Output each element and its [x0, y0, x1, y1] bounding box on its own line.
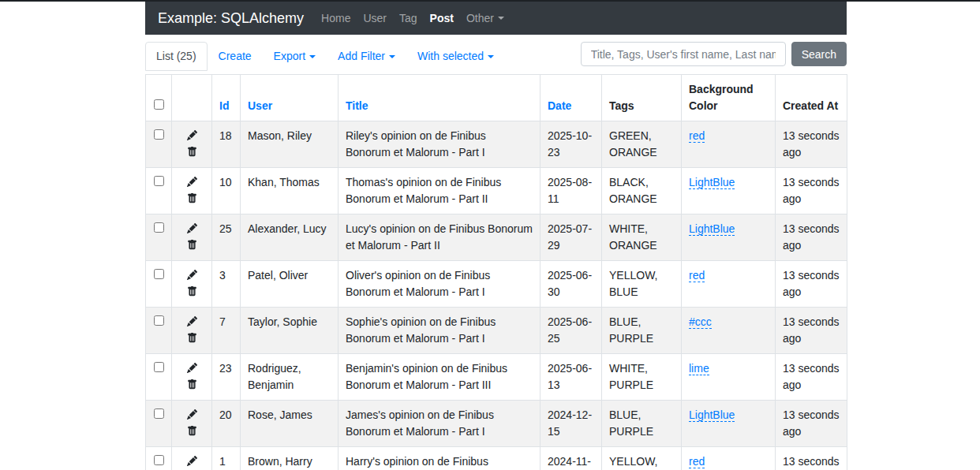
select-all-cell	[146, 75, 172, 121]
cell-select	[146, 168, 172, 214]
cell-date: 2025-08-11	[540, 168, 602, 214]
cell-id: 3	[212, 261, 241, 308]
search-button[interactable]: Search	[791, 42, 847, 66]
cell-actions	[172, 308, 212, 354]
background-color-link[interactable]: red	[689, 269, 705, 282]
cell-tags: WHITE, PURPLE	[602, 354, 682, 401]
table-body: 18 Mason, Riley Riley's opinion on de Fi…	[146, 121, 847, 470]
caret-down-icon	[488, 55, 494, 58]
select-all-checkbox[interactable]	[154, 99, 164, 110]
delete-button[interactable]	[187, 332, 197, 345]
delete-button[interactable]	[187, 192, 197, 205]
page-container: Example: SQLAlchemy Home User Tag Post O…	[145, 2, 847, 470]
cell-actions	[172, 214, 212, 261]
edit-button[interactable]	[187, 176, 197, 188]
row-checkbox[interactable]	[154, 315, 164, 326]
cell-title: Harry's opinion on de Finibus Bonorum et…	[339, 447, 540, 470]
column-sort-link[interactable]: Date	[548, 99, 571, 112]
cell-background-color: red	[682, 447, 776, 470]
table-row: 7 Taylor, Sophie Sophie's opinion on de …	[146, 308, 847, 354]
cell-created-at: 13 seconds ago	[776, 214, 847, 261]
background-color-link[interactable]: LightBlue	[689, 176, 735, 189]
toolbar-add-filter[interactable]: Add Filter	[327, 42, 406, 71]
cell-select	[146, 447, 172, 470]
cell-date: 2025-07-29	[540, 214, 602, 261]
cell-user: Alexander, Lucy	[241, 214, 339, 261]
edit-button[interactable]	[187, 362, 197, 375]
cell-actions	[172, 261, 212, 308]
delete-button[interactable]	[187, 285, 197, 298]
column-header: Date	[540, 75, 602, 121]
toolbar-export[interactable]: Export	[263, 42, 327, 71]
cell-id: 10	[212, 168, 241, 214]
toolbar-with-selected[interactable]: With selected	[406, 42, 505, 71]
row-checkbox[interactable]	[154, 408, 164, 419]
cell-user: Brown, Harry	[241, 447, 339, 470]
search-input[interactable]	[581, 42, 786, 66]
cell-select	[146, 308, 172, 354]
cell-id: 7	[212, 308, 241, 354]
cell-user: Taylor, Sophie	[241, 308, 339, 354]
background-color-link[interactable]: LightBlue	[689, 222, 735, 236]
cell-id: 20	[212, 401, 241, 447]
delete-button[interactable]	[187, 239, 197, 252]
cell-created-at: 13 seconds ago	[776, 121, 847, 168]
table-row: 18 Mason, Riley Riley's opinion on de Fi…	[146, 121, 847, 168]
cell-tags: YELLOW, BLUE	[602, 261, 682, 308]
column-sort-link[interactable]: User	[248, 99, 272, 112]
background-color-link[interactable]: #ccc	[689, 315, 712, 329]
background-color-link[interactable]: red	[689, 129, 705, 143]
nav-item-home[interactable]: Home	[315, 10, 357, 27]
column-sort-link[interactable]: Id	[219, 99, 229, 112]
cell-title: Riley's opinion on de Finibus Bonorum et…	[339, 121, 540, 168]
brand-link[interactable]: Example: SQLAlchemy	[158, 8, 304, 29]
column-header: User	[241, 75, 339, 121]
cell-user: Patel, Oliver	[241, 261, 339, 308]
table-row: 20 Rose, James James's opinion on de Fin…	[146, 401, 847, 447]
row-checkbox[interactable]	[154, 176, 164, 186]
cell-created-at: 13 seconds ago	[776, 261, 847, 308]
trash-icon	[187, 192, 197, 205]
edit-button[interactable]	[187, 408, 197, 421]
caret-down-icon	[498, 17, 504, 20]
cell-created-at: 13 seconds ago	[776, 401, 847, 447]
row-checkbox[interactable]	[154, 222, 164, 233]
delete-button[interactable]	[187, 379, 197, 391]
background-color-link[interactable]: lime	[689, 362, 709, 375]
edit-button[interactable]	[187, 455, 197, 468]
toolbar-create[interactable]: Create	[208, 42, 263, 71]
nav-item-user[interactable]: User	[357, 10, 393, 27]
column-header: Created At	[776, 75, 847, 121]
cell-background-color: LightBlue	[682, 401, 776, 447]
posts-table: Id User Title Date Tags Background Color…	[145, 74, 847, 470]
cell-title: Thomas's opinion on de Finibus Bonorum e…	[339, 168, 540, 214]
cell-tags: BLUE, PURPLE	[602, 308, 682, 354]
nav-item-other[interactable]: Other	[460, 10, 511, 27]
background-color-link[interactable]: red	[689, 455, 705, 468]
cell-user: Rose, James	[241, 401, 339, 447]
toolbar-list-25-[interactable]: List (25)	[145, 42, 208, 71]
column-sort-link[interactable]: Title	[346, 99, 368, 112]
trash-icon	[187, 146, 197, 159]
cell-background-color: LightBlue	[682, 168, 776, 214]
row-checkbox[interactable]	[154, 362, 164, 372]
cell-created-at: 13 seconds ago	[776, 308, 847, 354]
navbar-nav: Home User Tag Post Other	[315, 10, 511, 27]
row-checkbox[interactable]	[154, 455, 164, 465]
edit-button[interactable]	[187, 222, 197, 235]
nav-item-tag[interactable]: Tag	[393, 10, 424, 27]
edit-button[interactable]	[187, 129, 197, 142]
row-checkbox[interactable]	[154, 269, 164, 279]
background-color-link[interactable]: LightBlue	[689, 408, 735, 422]
cell-select	[146, 214, 172, 261]
cell-title: Oliver's opinion on de Finibus Bonorum e…	[339, 261, 540, 308]
delete-button[interactable]	[187, 425, 197, 438]
row-checkbox[interactable]	[154, 129, 164, 140]
pencil-icon	[187, 455, 197, 468]
edit-button[interactable]	[187, 315, 197, 328]
table-row: 25 Alexander, Lucy Lucy's opinion on de …	[146, 214, 847, 261]
nav-item-post[interactable]: Post	[424, 10, 460, 27]
cell-tags: GREEN, ORANGE	[602, 121, 682, 168]
delete-button[interactable]	[187, 146, 197, 159]
edit-button[interactable]	[187, 269, 197, 282]
